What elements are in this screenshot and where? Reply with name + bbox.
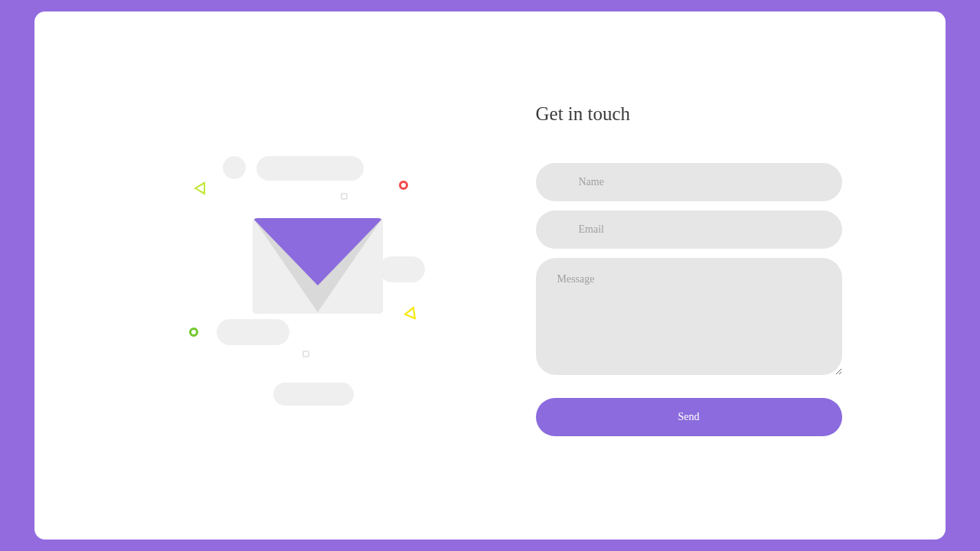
deco-blob [273,383,354,406]
deco-blob [256,156,364,181]
deco-square-icon [302,350,309,357]
deco-blob [217,319,289,345]
deco-triangle-yellow-icon [403,306,416,321]
message-textarea[interactable] [536,258,842,375]
illustration-panel [34,11,536,540]
form-panel: Get in touch Send [536,11,946,540]
envelope-illustration [149,149,456,425]
deco-blob [223,156,246,179]
form-title: Get in touch [536,103,877,125]
deco-triangle-lime-icon [194,181,205,195]
envelope-icon [253,218,383,314]
deco-blob [379,256,425,282]
deco-ring-red-icon [399,181,408,190]
email-input[interactable] [536,210,842,249]
name-input[interactable] [536,163,842,201]
send-button[interactable]: Send [536,398,842,436]
deco-ring-green-icon [189,328,198,337]
deco-square-icon [341,193,348,200]
contact-card: Get in touch Send [34,11,946,540]
envelope-flap [253,218,383,285]
